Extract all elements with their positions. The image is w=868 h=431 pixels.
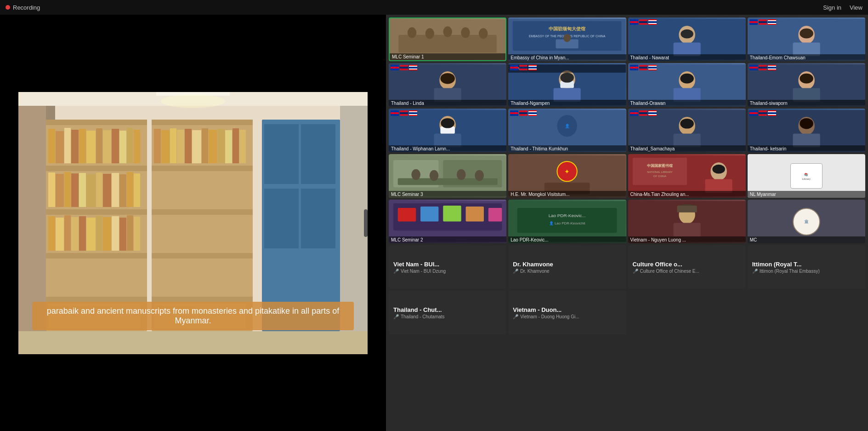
tile-mc[interactable]: 🏛️ MC <box>748 200 865 243</box>
tile-thailand-nawarat[interactable]: Thailand - Nawarat <box>628 17 746 61</box>
flag-strip-ketsarin <box>749 110 776 116</box>
svg-rect-58 <box>185 129 192 163</box>
svg-point-85 <box>461 27 470 38</box>
resize-handle[interactable] <box>364 209 368 237</box>
tile-mlc-seminar-2[interactable]: MLC Seminar 2 <box>389 200 506 243</box>
tile-he-mongkol[interactable]: ✦ H.E. Mr. Mongkol Visitstum... <box>508 154 626 198</box>
flag-strip-linda <box>391 65 417 70</box>
row-dr-khamvone[interactable]: Dr. Khamvone 🎤 Dr. Khamvone <box>508 245 626 289</box>
row-vietnam-bui[interactable]: Viet Nam - BUI... 🎤 Viet Nam - BUI Dzung <box>389 245 506 289</box>
svg-rect-35 <box>134 173 140 207</box>
svg-rect-37 <box>56 218 64 251</box>
row-sub-vietnam-duong: 🎤 Vietnam - Duong Huong Gi... <box>513 314 621 319</box>
svg-point-109 <box>561 73 574 83</box>
main-layout: parabaik and ancient manuscripts from mo… <box>0 15 868 431</box>
row-sub-text-ittimon: Ittimon (Royal Thai Embassy) <box>760 269 820 274</box>
tile-lao-pdr[interactable]: Lao PDR-Keovic... 👤 Lao PDR-Keovichit La… <box>508 200 626 243</box>
caption-text: parabaik and ancient manuscripts from mo… <box>32 302 354 330</box>
svg-rect-52 <box>152 253 253 259</box>
svg-rect-32 <box>112 173 119 207</box>
flag-strip <box>630 19 657 25</box>
tile-label-nl-myanmar: NL Myanmar <box>748 191 865 198</box>
tile-mlc-seminar-1[interactable]: MLC Seminar 1 <box>389 17 506 61</box>
flag-thailand <box>648 19 657 25</box>
tile-label-embassy: Embassy of China in Myan... <box>508 54 626 61</box>
svg-rect-13 <box>56 131 64 163</box>
flag-laos <box>519 65 528 70</box>
flag-strip-ngampen <box>510 65 537 70</box>
sign-in-button[interactable]: Sign in <box>823 4 841 11</box>
svg-rect-38 <box>64 215 71 251</box>
flag-laos <box>639 110 647 116</box>
svg-rect-70 <box>301 189 335 248</box>
svg-rect-51 <box>152 209 253 215</box>
svg-rect-170 <box>677 206 697 213</box>
flag-laos <box>519 110 528 116</box>
svg-rect-34 <box>127 172 133 207</box>
svg-rect-10 <box>46 253 147 259</box>
svg-rect-23 <box>134 130 140 163</box>
flag-laos <box>400 65 408 70</box>
row-sub-text-khamvone: Dr. Khamvone <box>520 269 549 274</box>
tile-vietnam-nguyen[interactable]: Vietnam - Nguyen Luong ... <box>628 200 746 243</box>
tile-thailand-wiphanan[interactable]: Thailand - Wiphanan Lamn... <box>389 109 506 152</box>
flag-thailand <box>768 65 776 70</box>
row-thailand-chut[interactable]: Thailand - Chut... 🎤 Thailand - Chutamat… <box>389 291 506 334</box>
tile-thailand-samachaya[interactable]: Thailand_Samachaya <box>628 109 746 152</box>
svg-rect-39 <box>71 217 79 251</box>
svg-rect-50 <box>152 166 253 171</box>
svg-rect-22 <box>127 128 133 163</box>
svg-rect-41 <box>86 218 96 251</box>
flag-cambodia <box>749 65 758 70</box>
tile-embassy-china[interactable]: 中国驻缅甸大使馆 EMBASSY OF THE PEOPLE'S REPUBLI… <box>508 17 626 61</box>
svg-point-141 <box>430 170 439 181</box>
svg-point-155 <box>712 165 725 174</box>
flag-strip-orawan <box>630 65 657 70</box>
row-ittimon[interactable]: Ittimon (Royal T... 🎤 Ittimon (Royal Tha… <box>748 245 865 289</box>
tile-thailand-orawan[interactable]: Thailand-Orawan <box>628 63 746 107</box>
row-culture-office[interactable]: Culture Office o... 🎤 Culture Office of … <box>628 245 746 289</box>
svg-rect-65 <box>239 130 246 163</box>
flag-thailand <box>528 110 537 116</box>
flag-thailand <box>768 19 776 25</box>
flag-laos <box>759 19 767 25</box>
flag-laos <box>759 110 767 116</box>
tile-mlc-seminar-3[interactable]: MLC Seminar 3 <box>389 154 506 198</box>
svg-rect-17 <box>86 131 96 163</box>
recording-label: Recording <box>13 4 40 11</box>
svg-point-96 <box>681 29 693 39</box>
flag-thailand <box>648 110 657 116</box>
row-vietnam-duong[interactable]: Vietnam - Duon... 🎤 Vietnam - Duong Huon… <box>508 291 626 334</box>
svg-rect-29 <box>86 174 96 207</box>
tile-label-thitima: Thailand - Thitima Kumkhun <box>508 145 626 152</box>
svg-rect-36 <box>48 216 55 251</box>
tile-thailand-ngampen[interactable]: ... ปรหม... Thailand-Ngampen <box>508 63 626 107</box>
svg-rect-49 <box>152 120 253 125</box>
flag-cambodia <box>510 110 518 116</box>
tile-thailand-linda[interactable]: Thailand - Linda <box>389 63 506 107</box>
svg-rect-55 <box>161 130 170 163</box>
flag-laos <box>639 19 647 25</box>
tile-nl-myanmar[interactable]: 📚 Library NL Myanmar <box>748 154 865 198</box>
tile-thailand-siwaporn[interactable]: Thailand-siwaporn <box>748 63 865 107</box>
svg-rect-59 <box>192 130 201 163</box>
view-button[interactable]: View <box>850 4 862 11</box>
svg-rect-47 <box>134 217 140 251</box>
row-sub-text-culture-office: Culture Office of Chinese E... <box>640 269 699 274</box>
tile-label-emorn: Thailand-Emorn Chawsuan <box>748 54 865 61</box>
bookshelf-background: parabaik and ancient manuscripts from mo… <box>18 92 368 354</box>
svg-rect-26 <box>64 172 71 207</box>
tile-china-natlibrary[interactable]: 中国国家图书馆 NATIONAL LIBRARY OF CHINA China-… <box>628 154 746 198</box>
svg-text:✦: ✦ <box>564 168 570 175</box>
svg-rect-25 <box>56 174 64 207</box>
svg-point-92 <box>563 34 571 42</box>
tile-thailand-ketsarin[interactable]: Thailand- ketsarin <box>748 109 865 152</box>
flag-strip-samachaya <box>630 110 657 116</box>
tile-thailand-thitima[interactable]: 👤 Thailand - Thitima Kumkhun <box>508 109 626 152</box>
svg-point-142 <box>457 169 466 180</box>
svg-rect-15 <box>71 130 79 163</box>
svg-rect-54 <box>154 129 161 163</box>
tile-label-nawarat: Thailand - Nawarat <box>628 54 746 61</box>
tile-thailand-emorn[interactable]: Thailand-Emorn Chawsuan <box>748 17 865 61</box>
svg-point-84 <box>443 26 452 37</box>
